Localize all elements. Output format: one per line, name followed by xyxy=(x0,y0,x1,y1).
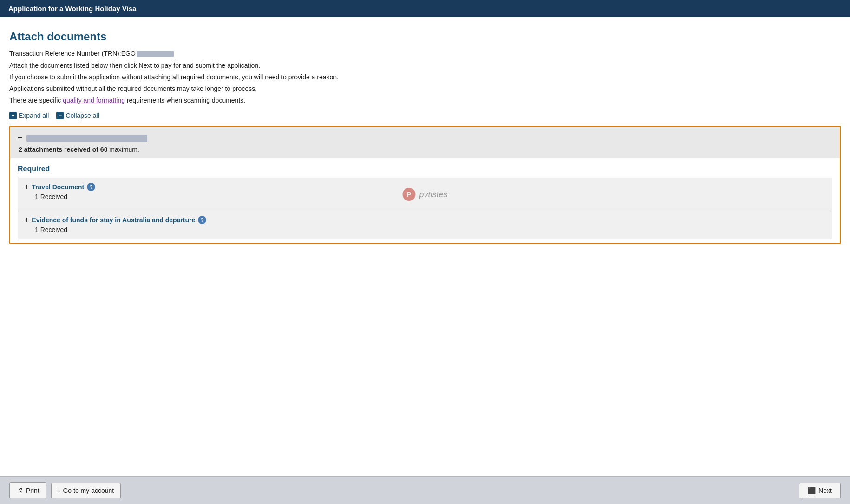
page-title: Attach documents xyxy=(9,30,841,43)
section-header-row: − xyxy=(18,133,832,143)
print-button[interactable]: 🖨 Print xyxy=(9,482,46,498)
print-label: Print xyxy=(26,487,39,494)
next-button[interactable]: ⬛ Next xyxy=(799,483,841,498)
document-list: + Travel Document ? 1 Received P xyxy=(18,178,832,239)
collapse-all-label: Collapse all xyxy=(65,112,99,119)
footer-bar: 🖨 Print › Go to my account ⬛ Next xyxy=(0,476,850,504)
doc-item-travel-inner: + Travel Document ? 1 Received P xyxy=(18,178,832,211)
doc-travel-help-icon[interactable]: ? xyxy=(87,183,95,191)
next-icon: ⬛ xyxy=(808,487,816,494)
trn-label: Transaction Reference Number (TRN):EGO xyxy=(9,50,136,57)
doc-item-funds: + Evidence of funds for stay in Australi… xyxy=(18,211,832,239)
collapse-icon: − xyxy=(56,112,64,119)
doc-funds-title[interactable]: Evidence of funds for stay in Australia … xyxy=(32,216,195,224)
doc-item-funds-inner: + Evidence of funds for stay in Australi… xyxy=(18,211,832,239)
doc-funds-expand[interactable]: + xyxy=(25,216,29,224)
footer-left: 🖨 Print › Go to my account xyxy=(9,482,121,498)
quality-line: There are specific quality and formattin… xyxy=(9,96,841,105)
quality-link[interactable]: quality and formatting xyxy=(63,97,125,104)
doc-travel-received: 1 Received xyxy=(35,193,825,200)
main-content: Attach documents Transaction Reference N… xyxy=(0,17,850,476)
documents-section: − 2 attachments received of 60 maximum. … xyxy=(9,126,841,244)
expand-all-label: Expand all xyxy=(19,112,49,119)
collapse-all-button[interactable]: − Collapse all xyxy=(56,112,99,119)
attachments-max: 60 xyxy=(100,146,108,153)
section-title-redacted xyxy=(26,135,147,142)
doc-item-travel-header: + Travel Document ? xyxy=(25,183,825,191)
info-line-3: Applications submitted without all the r… xyxy=(9,84,841,94)
required-title: Required xyxy=(18,165,832,173)
info-line-2: If you choose to submit the application … xyxy=(9,72,841,82)
attachments-received: 2 attachments received of xyxy=(19,146,100,153)
trn-line: Transaction Reference Number (TRN):EGO xyxy=(9,50,841,57)
go-to-account-button[interactable]: › Go to my account xyxy=(51,483,121,498)
account-chevron-icon: › xyxy=(58,487,60,494)
header-title: Application for a Working Holiday Visa xyxy=(8,5,136,13)
section-collapse-button[interactable]: − xyxy=(18,133,23,143)
doc-item-travel: + Travel Document ? 1 Received P xyxy=(18,178,832,211)
doc-item-funds-header: + Evidence of funds for stay in Australi… xyxy=(25,216,825,224)
doc-travel-expand[interactable]: + xyxy=(25,183,29,191)
print-icon: 🖨 xyxy=(16,486,23,494)
doc-funds-help-icon[interactable]: ? xyxy=(198,216,206,224)
required-section: Required + Travel Document ? 1 Received xyxy=(10,158,840,243)
account-label: Go to my account xyxy=(63,487,114,494)
expand-icon: + xyxy=(9,112,17,119)
expand-all-button[interactable]: + Expand all xyxy=(9,112,49,119)
page-header: Application for a Working Holiday Visa xyxy=(0,0,850,17)
next-label: Next xyxy=(818,487,832,494)
info-line-1: Attach the documents listed below then c… xyxy=(9,61,841,71)
doc-travel-title[interactable]: Travel Document xyxy=(32,183,84,191)
expand-collapse-bar: + Expand all − Collapse all xyxy=(9,112,841,119)
section-header: − 2 attachments received of 60 maximum. xyxy=(10,127,840,158)
trn-redacted xyxy=(137,51,174,57)
doc-funds-received: 1 Received xyxy=(35,226,825,233)
attachments-count: 2 attachments received of 60 maximum. xyxy=(18,146,832,153)
